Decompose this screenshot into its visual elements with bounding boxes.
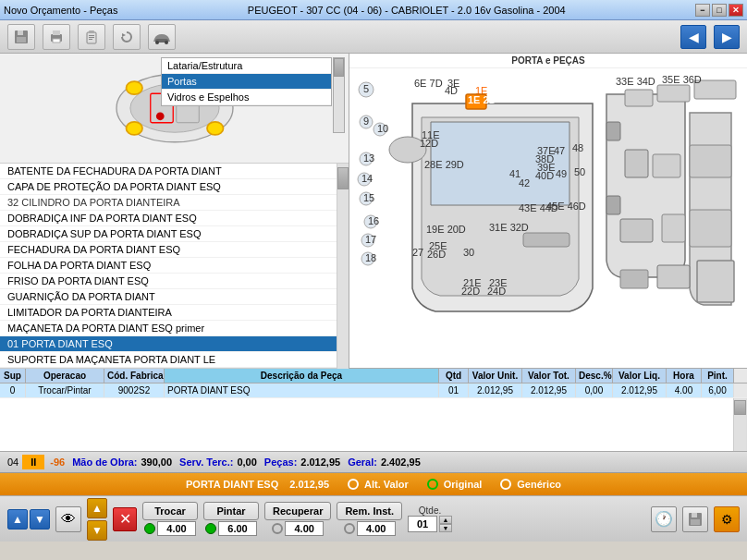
category-scrollbar[interactable] <box>333 57 345 133</box>
svg-text:24D: 24D <box>487 286 506 297</box>
part-item-limitador[interactable]: LIMITADOR DA PORTA DIANTEIRA <box>0 305 337 321</box>
part-item-dobradica-inf[interactable]: DOBRADIÇA INF DA PORTA DIANT ESQ <box>0 211 337 226</box>
trocar-value[interactable] <box>157 521 196 536</box>
category-item-portas[interactable]: Portas <box>162 74 331 90</box>
svg-rect-27 <box>606 122 620 140</box>
status-servterc-val: 0,00 <box>237 457 256 468</box>
status-geral-label: Geral: <box>348 457 377 468</box>
refresh-toolbar-button[interactable] <box>113 24 141 50</box>
reminst-button[interactable]: Rem. Inst. <box>337 502 402 520</box>
move-down-button[interactable]: ▼ <box>87 520 107 541</box>
eye-button[interactable]: 👁 <box>55 506 81 532</box>
svg-text:42: 42 <box>519 177 530 189</box>
svg-text:17: 17 <box>365 234 376 245</box>
move-up-button[interactable]: ▲ <box>87 498 107 518</box>
table-area: Sup Operacao Cód. Fabrica Descrição da P… <box>0 368 747 451</box>
svg-rect-8 <box>89 35 94 36</box>
svg-rect-35 <box>620 219 653 242</box>
qtde-spinner: ▲ ▼ <box>408 516 452 532</box>
qtde-down-arrow[interactable]: ▼ <box>439 524 452 532</box>
svg-text:48: 48 <box>572 142 583 153</box>
svg-point-13 <box>155 41 159 44</box>
table-empty-area <box>0 398 747 451</box>
gear-button[interactable]: ⚙ <box>714 506 740 532</box>
trocar-radio[interactable] <box>144 523 155 534</box>
part-item-cilindro[interactable]: 32 CILINDRO DA PORTA DIANTEIRA <box>0 195 337 211</box>
svg-rect-37 <box>690 210 731 247</box>
part-item-suporte[interactable]: SUPORTE DA MAÇANETA PORTA DIANT LE <box>0 352 337 368</box>
svg-text:19E 20D: 19E 20D <box>426 224 466 235</box>
status-maodeobra-val: 390,00 <box>141 457 172 468</box>
trocar-button[interactable]: Trocar <box>142 502 198 520</box>
delete-button[interactable]: ✕ <box>113 507 137 531</box>
nav-arrows-group: ▲ ▼ <box>7 509 50 530</box>
recuperar-button[interactable]: Recuperar <box>264 502 331 520</box>
qtde-input[interactable] <box>408 516 437 532</box>
table-header: Sup Operacao Cód. Fabrica Descrição da P… <box>0 369 747 383</box>
pintar-group: Pintar <box>203 502 259 536</box>
status-servterc: Serv. Terc.: 0,00 <box>179 457 257 468</box>
svg-text:6E 7D: 6E 7D <box>414 78 443 89</box>
svg-point-19 <box>126 122 142 135</box>
svg-text:22D: 22D <box>461 286 480 297</box>
minimize-button[interactable]: − <box>695 4 710 17</box>
reminst-radio[interactable] <box>344 523 355 534</box>
close-button[interactable]: ✕ <box>729 4 743 17</box>
col-header-hora: Hora <box>667 369 702 383</box>
part-item-porta[interactable]: 01 PORTA DIANT ESQ <box>0 336 337 352</box>
recuperar-value[interactable] <box>285 521 324 536</box>
reminst-value[interactable] <box>357 521 396 536</box>
part-item-folha[interactable]: FOLHA DA PORTA DIANT ESQ <box>0 258 337 274</box>
nav-down-button[interactable]: ▼ <box>30 509 50 530</box>
diagram-area: 6E 7D 3E 4D 1E 2D 33E 34D 35E 36D 5 9 10… <box>349 68 747 364</box>
maximize-button[interactable]: □ <box>712 4 727 17</box>
svg-rect-10 <box>89 39 92 40</box>
save-disk-button[interactable] <box>682 506 708 532</box>
recuperar-radio[interactable] <box>272 523 283 534</box>
category-item-vidros[interactable]: Vidros e Espelhos <box>162 90 331 105</box>
clock-button[interactable]: 🕐 <box>651 506 677 532</box>
print-toolbar-button[interactable] <box>43 24 70 50</box>
qtde-up-arrow[interactable]: ▲ <box>439 516 452 524</box>
col-header-sup: Sup <box>0 369 26 383</box>
nav-back-button[interactable]: ◀ <box>680 25 706 49</box>
car-diagram-area: Lataria/Estrutura Portas Vidros e Espelh… <box>0 54 349 164</box>
part-item-batente[interactable]: BATENTE DA FECHADURA DA PORTA DIANT <box>0 164 337 179</box>
part-item-fechadura[interactable]: FECHADURA DA PORTA DIANT ESQ <box>0 242 337 258</box>
table-main-scrollbar[interactable] <box>733 398 746 451</box>
clipboard-toolbar-button[interactable] <box>78 24 105 50</box>
nav-forward-button[interactable]: ▶ <box>714 25 740 49</box>
svg-rect-2 <box>17 37 26 43</box>
part-item-guarnicao[interactable]: GUARNIÇÃO DA PORTA DIANT <box>0 289 337 305</box>
generico-radio[interactable] <box>500 479 511 490</box>
car-toolbar-button[interactable] <box>148 24 176 50</box>
qtde-label: Qtde. <box>419 505 441 516</box>
recuperar-group: Recuperar <box>264 502 331 536</box>
td-vunit: 2.012,95 <box>469 383 522 397</box>
svg-rect-25 <box>523 233 569 247</box>
category-item-lataria[interactable]: Lataria/Estrutura <box>162 58 331 74</box>
parts-scrollbar[interactable] <box>337 164 349 369</box>
table-row[interactable]: 0 Trocar/Pintar 9002S2 PORTA DIANT ESQ 0… <box>0 383 747 398</box>
pintar-radio[interactable] <box>205 523 216 534</box>
svg-rect-7 <box>89 30 94 33</box>
action-bar: ▲ ▼ 👁 ▲ ▼ ✕ Trocar Pintar Recuperar <box>0 495 747 542</box>
main-area: Lataria/Estrutura Portas Vidros e Espelh… <box>0 54 747 368</box>
svg-marker-11 <box>122 33 126 37</box>
pintar-value[interactable] <box>218 521 257 536</box>
part-item-macaneta[interactable]: MAÇANETA DA PORTA DIANT ESQ primer <box>0 321 337 336</box>
svg-text:33E 34D: 33E 34D <box>616 76 655 87</box>
part-item-capa[interactable]: CAPA DE PROTEÇÃO DA PORTA DIANT ESQ <box>0 179 337 195</box>
svg-text:13: 13 <box>363 152 374 164</box>
nav-up-button[interactable]: ▲ <box>7 509 28 530</box>
col-header-vtot: Valor Tot. <box>522 369 576 383</box>
alt-valor-radio[interactable] <box>348 479 359 490</box>
svg-point-20 <box>207 122 224 135</box>
part-item-friso[interactable]: FRISO DA PORTA DIANT ESQ <box>0 274 337 289</box>
status-pecas-val: 2.012,95 <box>300 457 340 468</box>
col-header-cod: Cód. Fabrica <box>104 369 165 383</box>
pintar-button[interactable]: Pintar <box>203 502 259 520</box>
original-radio[interactable] <box>427 479 438 490</box>
part-item-dobradica-sup[interactable]: DOBRADIÇA SUP DA PORTA DIANT ESQ <box>0 226 337 242</box>
save-toolbar-button[interactable] <box>7 24 35 50</box>
